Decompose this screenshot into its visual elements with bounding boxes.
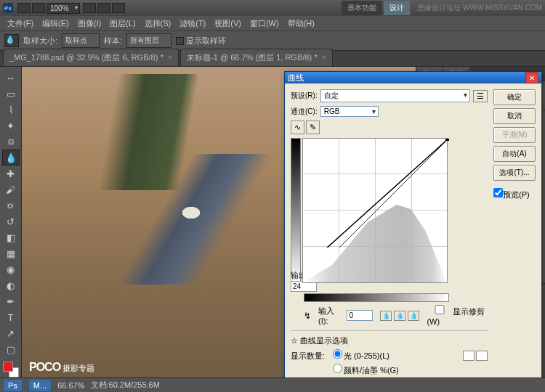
svg-line-0 — [303, 139, 448, 248]
wand-tool-icon[interactable]: ✦ — [2, 118, 20, 134]
menubar: 文件(F) 编辑(E) 图像(I) 图层(L) 选择(S) 滤镜(T) 视图(V… — [0, 16, 545, 30]
output-gradient — [291, 138, 301, 283]
crop-tool-icon[interactable]: ⧈ — [2, 134, 20, 150]
dodge-tool-icon[interactable]: ◐ — [2, 277, 20, 293]
watermark-text: 思缘设计论坛 WWW.MISSYUAN.COM — [417, 3, 542, 13]
menu-select[interactable]: 选择(S) — [140, 17, 176, 30]
screen-mode-icon[interactable] — [112, 3, 125, 13]
dialog-titlebar[interactable]: 曲线 ✕ — [285, 72, 541, 83]
hand-sampler-icon[interactable]: ↯ — [304, 311, 311, 321]
taskbar-doc-button[interactable]: M... — [28, 379, 52, 392]
sample-size-label: 取样大小: — [23, 36, 57, 46]
channel-label: 通道(C): — [291, 107, 318, 117]
bridge-icon[interactable] — [17, 3, 31, 13]
display-options-label: 曲线显示选项 — [300, 336, 348, 345]
sample-layers-select[interactable]: 所有图层 — [126, 33, 171, 48]
bird-graphic — [87, 154, 276, 285]
history-brush-icon[interactable]: ↺ — [2, 213, 20, 229]
marquee-tool-icon[interactable]: ▭ — [2, 86, 20, 102]
blur-tool-icon[interactable]: ◉ — [2, 261, 20, 277]
pen-tool-icon[interactable]: ✒ — [2, 293, 20, 309]
tab1-close-icon[interactable]: × — [168, 53, 172, 62]
color-swatches[interactable] — [3, 362, 19, 377]
tab2-title: 未标题-1 @ 66.7% (图层 1, RGB/8) * — [187, 53, 317, 62]
document-tab-1[interactable]: _MG_1788.psd @ 32.9% (图层 6, RGB/8) *× — [3, 49, 179, 66]
arrange-icon[interactable] — [97, 3, 110, 13]
curve-line — [303, 139, 521, 248]
minibridge-icon[interactable] — [32, 3, 45, 13]
ok-button[interactable]: 确定 — [493, 89, 536, 105]
amount-pigment-label: 颜料/油墨 %(G) — [344, 366, 399, 375]
amount-label: 显示数量: — [291, 350, 330, 362]
menu-file[interactable]: 文件(F) — [3, 17, 38, 30]
menu-view[interactable]: 视图(V) — [210, 17, 246, 30]
poco-logo: POCO — [29, 361, 60, 373]
white-point-eyedropper-icon[interactable]: 💧 — [408, 311, 419, 321]
input-label: 输入(I): — [318, 306, 339, 325]
svg-rect-3 — [445, 139, 449, 141]
menu-filter[interactable]: 滤镜(T) — [175, 17, 210, 30]
options-bar: 💧 取样大小: 取样点 样本: 所有图层 显示取样环 — [0, 30, 545, 51]
sample-label: 样本: — [104, 36, 122, 46]
menu-layer[interactable]: 图层(L) — [105, 17, 140, 30]
preset-select[interactable]: 自定 — [320, 89, 470, 102]
preset-label: 预设(R): — [291, 91, 318, 101]
toolbox: ↔ ▭ ⌇ ✦ ⧈ 💧 ✚ 🖌 ⛭ ↺ ◧ ▦ ◉ ◐ ✒ T ↗ ▢ — [0, 67, 22, 392]
document-tab-2[interactable]: 未标题-1 @ 66.7% (图层 1, RGB/8) *× — [180, 49, 333, 66]
show-ring-checkbox[interactable] — [176, 37, 184, 45]
black-point-eyedropper-icon[interactable]: 💧 — [380, 311, 392, 321]
menu-help[interactable]: 帮助(H) — [283, 17, 319, 30]
amount-light-radio[interactable] — [333, 349, 342, 359]
menu-edit[interactable]: 编辑(E) — [38, 17, 73, 30]
move-tool-icon[interactable]: ↔ — [2, 70, 20, 86]
status-docsize: 文档:60.2M/255.6M — [91, 380, 160, 391]
app-titlebar: Ps 100% 基本功能 设计 思缘设计论坛 WWW.MISSYUAN.COM — [0, 0, 545, 16]
statusbar: Ps M... 66.67% 文档:60.2M/255.6M — [0, 377, 545, 392]
poco-sub1: 摄影专题 — [62, 364, 94, 372]
dialog-title-text: 曲线 — [288, 73, 304, 83]
path-tool-icon[interactable]: ↗ — [2, 325, 20, 341]
menu-window[interactable]: 窗口(W) — [246, 17, 283, 30]
dialog-close-button[interactable]: ✕ — [525, 72, 538, 83]
grid-simple-icon[interactable] — [463, 351, 475, 361]
workspace-basic-button[interactable]: 基本功能 — [342, 1, 382, 15]
svg-line-1 — [303, 139, 448, 248]
type-tool-icon[interactable]: T — [2, 309, 20, 325]
curves-dialog: 曲线 ✕ 预设(R): 自定 ☰ 通道(C): RGB ∿ ✎ — [284, 71, 542, 389]
lasso-tool-icon[interactable]: ⌇ — [2, 102, 20, 118]
shape-tool-icon[interactable]: ▢ — [2, 341, 20, 357]
show-ring-label: 显示取样环 — [186, 36, 226, 45]
curve-grid[interactable] — [302, 138, 448, 283]
channel-select[interactable]: RGB — [320, 106, 379, 117]
amount-pigment-radio[interactable] — [333, 364, 342, 373]
tab2-close-icon[interactable]: × — [321, 53, 326, 62]
eyedropper-preview-icon[interactable]: 💧 — [4, 34, 19, 47]
show-clipping-checkbox[interactable] — [427, 305, 453, 314]
ps-logo-icon: Ps — [3, 3, 13, 13]
taskbar-ps-button[interactable]: Ps — [3, 379, 23, 392]
curve-point-mode-icon[interactable]: ∿ — [291, 121, 304, 134]
preset-menu-icon[interactable]: ☰ — [473, 90, 488, 102]
eraser-tool-icon[interactable]: ◧ — [2, 229, 20, 245]
input-input[interactable] — [347, 310, 373, 321]
grid-detailed-icon[interactable] — [476, 351, 488, 361]
gray-point-eyedropper-icon[interactable]: 💧 — [394, 311, 405, 321]
brush-tool-icon[interactable]: 🖌 — [2, 181, 20, 197]
stamp-tool-icon[interactable]: ⛭ — [2, 197, 20, 213]
status-zoom: 66.67% — [57, 381, 84, 390]
sample-size-select[interactable]: 取样点 — [62, 33, 100, 48]
cancel-button[interactable]: 取消 — [493, 108, 536, 124]
amount-light-label: 光 (0-255)(L) — [344, 351, 389, 360]
input-gradient — [304, 293, 449, 302]
curve-draw-mode-icon[interactable]: ✎ — [306, 121, 320, 134]
workspace-design-button[interactable]: 设计 — [384, 1, 410, 15]
expand-icon[interactable]: ☆ — [291, 336, 298, 345]
eyedropper-tool-icon[interactable]: 💧 — [2, 150, 20, 166]
document-tabbar: _MG_1788.psd @ 32.9% (图层 6, RGB/8) *× 未标… — [0, 51, 545, 67]
tab1-title: _MG_1788.psd @ 32.9% (图层 6, RGB/8) * — [9, 53, 164, 62]
heal-tool-icon[interactable]: ✚ — [2, 166, 20, 181]
view-extras-icon[interactable] — [83, 3, 96, 13]
menu-image[interactable]: 图像(I) — [73, 17, 105, 30]
gradient-tool-icon[interactable]: ▦ — [2, 245, 20, 261]
zoom-dropdown[interactable]: 100% — [47, 3, 80, 14]
